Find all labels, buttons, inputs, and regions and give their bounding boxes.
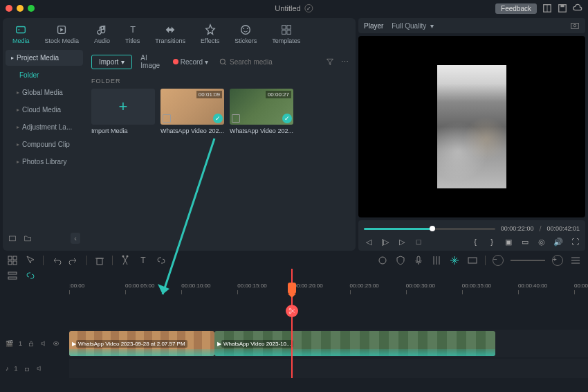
tab-stickers[interactable]: Stickers [232, 22, 259, 46]
mark-in-button[interactable]: { [470, 237, 480, 247]
view-options-icon[interactable] [570, 255, 581, 266]
shield-icon[interactable] [395, 255, 406, 266]
delete-icon[interactable] [94, 255, 105, 266]
sidebar-compound-clip[interactable]: Compound Clip [6, 136, 83, 152]
quality-select[interactable]: Full Quality ▾ [392, 22, 434, 30]
audio-track-body[interactable] [69, 359, 588, 378]
marker-icon[interactable] [377, 255, 388, 266]
render-icon[interactable] [467, 255, 478, 266]
mark-out-button[interactable]: } [487, 237, 497, 247]
playhead[interactable] [288, 283, 296, 294]
tab-titles[interactable]: T Titles [122, 22, 143, 46]
camera-icon[interactable]: ◎ [537, 237, 546, 247]
video-track-body[interactable]: ▶ WhatsApp Video 2023-09-28 at 2.07.57 P… [69, 330, 588, 357]
import-button[interactable]: Import ▾ [91, 55, 132, 69]
check-icon: ✓ [282, 114, 292, 123]
collapse-sidebar[interactable]: ‹ [71, 233, 80, 244]
snapshot-icon[interactable] [570, 21, 580, 30]
tab-stock-media[interactable]: Stock Media [42, 22, 82, 46]
scrubber-thumb[interactable] [430, 226, 435, 231]
volume-icon[interactable]: 🔊 [553, 237, 563, 247]
display-icon[interactable]: ▭ [520, 237, 530, 247]
cursor-icon[interactable] [25, 255, 36, 266]
ai-image-button[interactable]: AI Image [136, 51, 164, 72]
lock-icon[interactable] [24, 365, 30, 372]
svg-line-18 [225, 63, 226, 64]
import-media-card[interactable]: + Import Media [91, 89, 155, 134]
feedback-button[interactable]: Feedback [495, 3, 537, 14]
close-window[interactable] [6, 5, 12, 12]
clip-label: WhatsApp Video 2023-10... [221, 340, 293, 348]
redo-icon[interactable] [68, 255, 80, 266]
zoom-out-button[interactable]: − [493, 255, 504, 266]
tab-audio[interactable]: Audio [91, 22, 113, 46]
visibility-icon[interactable] [53, 340, 59, 347]
folder-icon[interactable] [24, 234, 32, 242]
video-track-icon: 🎬 [6, 340, 13, 347]
tab-transitions[interactable]: Transitions [152, 22, 188, 46]
sidebar-global-media[interactable]: Global Media [6, 84, 83, 100]
search-input[interactable] [230, 58, 318, 66]
tab-effects[interactable]: Effects [198, 22, 222, 46]
step-back-button[interactable]: |▷ [380, 237, 390, 247]
chevron-down-icon: ▾ [430, 22, 434, 30]
sidebar-project-media[interactable]: Project Media [6, 50, 83, 66]
split-icon[interactable] [120, 255, 131, 266]
mute-icon[interactable] [36, 365, 43, 372]
lock-icon[interactable] [28, 340, 35, 347]
filter-icon[interactable] [324, 56, 336, 67]
stop-button[interactable]: □ [414, 237, 423, 247]
svg-rect-24 [13, 261, 17, 265]
media-clip-1[interactable]: 00:01:09 ✓ WhatsApp Video 202... [160, 89, 224, 134]
sidebar-photos-library[interactable]: Photos Library [6, 154, 83, 170]
window-controls [6, 5, 35, 12]
tab-label: Stock Media [45, 37, 80, 44]
search-box[interactable] [217, 55, 320, 69]
more-icon[interactable]: ⋯ [340, 56, 350, 68]
media-icon [15, 24, 27, 36]
tab-media[interactable]: Media [10, 22, 33, 46]
record-button[interactable]: Record ▾ [169, 55, 212, 69]
prev-frame-button[interactable]: ◁ [364, 237, 374, 247]
tab-templates[interactable]: Templates [269, 22, 303, 46]
current-time: 00:00:22:00 [501, 225, 534, 232]
text-tool-icon[interactable]: T [138, 255, 149, 266]
timeline-ruler[interactable]: :00:0000:00:05:0000:00:10:0000:00:15:000… [69, 283, 588, 301]
sidebar-folder[interactable]: Folder [6, 67, 83, 83]
chain-icon[interactable] [25, 270, 36, 281]
effects-icon[interactable] [449, 255, 460, 266]
timeline-clip-1[interactable]: ▶ WhatsApp Video 2023-09-28 at 2.07.57 P… [69, 331, 214, 356]
sync-icon[interactable]: ✓ [305, 4, 313, 12]
layout-icon[interactable] [542, 3, 552, 13]
mute-icon[interactable] [40, 340, 47, 347]
media-clip-2[interactable]: 00:00:27 ✓ WhatsApp Video 202... [230, 89, 293, 134]
minimize-window[interactable] [17, 5, 24, 12]
cloud-icon[interactable] [573, 3, 582, 13]
cut-marker[interactable] [286, 305, 298, 317]
crop-icon[interactable]: ▣ [504, 237, 513, 247]
track-options-icon[interactable] [7, 270, 18, 281]
svg-point-10 [244, 28, 245, 29]
undo-icon[interactable] [50, 255, 62, 266]
scrubber[interactable] [364, 228, 495, 230]
media-sidebar: Project Media Folder Global Media Cloud … [3, 47, 86, 251]
fullscreen-icon[interactable]: ⛶ [570, 237, 580, 247]
svg-text:T: T [130, 25, 136, 35]
sidebar-adjustment-layer[interactable]: Adjustment La... [6, 119, 83, 135]
mixer-icon[interactable] [431, 255, 442, 266]
timeline-clip-2[interactable]: ▶ WhatsApp Video 2023-10... [214, 331, 495, 356]
new-folder-icon[interactable] [8, 234, 17, 242]
save-icon[interactable] [558, 3, 567, 13]
link-icon[interactable] [156, 255, 167, 266]
play-button[interactable]: ▷ [397, 237, 407, 247]
mic-icon[interactable] [413, 255, 424, 266]
player-panel: Player Full Quality ▾ 00:00:22:00 / 00:0… [358, 18, 585, 251]
preview-viewport[interactable] [358, 36, 585, 217]
audio-icon [96, 24, 109, 36]
svg-point-45 [289, 308, 291, 310]
zoom-slider[interactable] [511, 260, 545, 261]
maximize-window[interactable] [28, 5, 35, 12]
zoom-in-button[interactable]: + [552, 255, 563, 266]
sidebar-cloud-media[interactable]: Cloud Media [6, 102, 83, 118]
magnet-icon[interactable] [7, 255, 18, 266]
